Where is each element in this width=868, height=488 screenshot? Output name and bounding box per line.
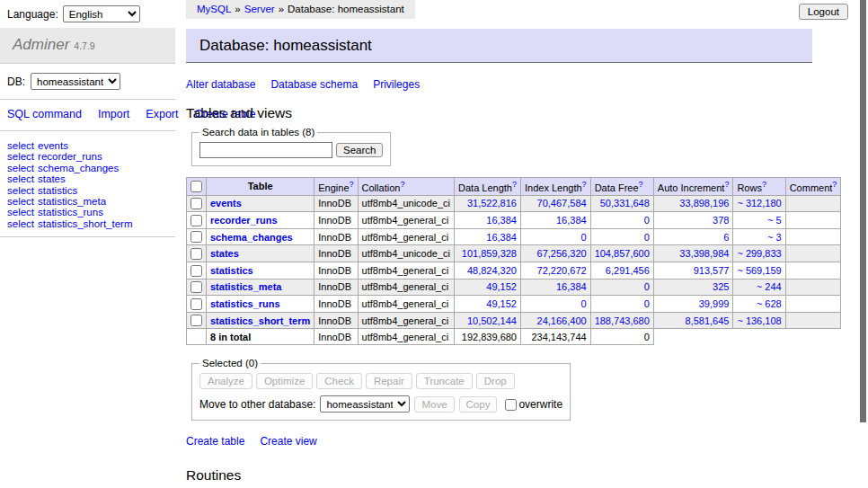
rows-cell-link[interactable]: ~ 569,159 xyxy=(737,265,781,276)
database-schema-link[interactable]: Database schema xyxy=(270,78,358,91)
table-name-link[interactable]: statistics_short_term xyxy=(210,315,310,326)
row-checkbox[interactable] xyxy=(190,231,202,243)
language-select[interactable]: English xyxy=(63,5,140,22)
table-name-link[interactable]: schema_changes xyxy=(210,232,293,243)
data-free-cell-link[interactable]: 6,291,456 xyxy=(606,265,650,276)
sidebar-table-link[interactable]: statistics xyxy=(38,185,77,196)
column-hint-link[interactable]: ? xyxy=(762,180,766,189)
sidebar-select-link[interactable]: select xyxy=(7,207,34,217)
search-button[interactable]: Search xyxy=(336,143,383,157)
breadcrumb-mysql-link[interactable]: MySQL xyxy=(197,4,231,14)
table-name-link[interactable]: statistics_runs xyxy=(210,298,280,309)
data-free-cell-link[interactable]: 0 xyxy=(644,298,650,309)
data-length-cell-link[interactable]: 16,384 xyxy=(486,215,517,226)
rows-cell-link[interactable]: ~ 312,180 xyxy=(737,198,781,209)
sidebar-select-link[interactable]: select xyxy=(7,151,34,162)
data-free-cell-link[interactable]: 0 xyxy=(644,215,650,226)
rows-cell-link[interactable]: ~ 299,833 xyxy=(737,248,781,259)
scrollbar-track[interactable] xyxy=(859,0,868,488)
table-name-link[interactable]: events xyxy=(210,198,242,209)
move-database-select[interactable]: homeassistant xyxy=(320,395,410,413)
column-hint-link[interactable]: ? xyxy=(400,180,404,189)
export-link[interactable]: Export xyxy=(146,108,178,120)
row-checkbox[interactable] xyxy=(190,215,202,226)
drop-button[interactable]: Drop xyxy=(476,373,515,389)
db-select[interactable]: homeassistant xyxy=(31,73,120,90)
column-hint-link[interactable]: ? xyxy=(639,180,643,189)
index-length-cell-link[interactable]: 0 xyxy=(581,298,587,309)
data-free-cell-link[interactable]: 0 xyxy=(644,232,650,243)
index-length-cell-link[interactable]: 16,384 xyxy=(556,281,587,292)
data-free-cell-link[interactable]: 104,857,600 xyxy=(595,248,650,259)
index-length-cell-link[interactable]: 0 xyxy=(581,232,587,243)
row-checkbox[interactable] xyxy=(190,265,202,277)
auto-increment-cell-link[interactable]: 325 xyxy=(713,281,729,292)
sidebar-table-link[interactable]: recorder_runs xyxy=(38,151,102,162)
table-name-link[interactable]: statistics xyxy=(210,265,253,276)
copy-button[interactable]: Copy xyxy=(459,396,498,413)
column-hint-link[interactable]: ? xyxy=(512,180,517,189)
sidebar-table-link[interactable]: statistics_short_term xyxy=(38,218,132,229)
sidebar-table-link[interactable]: states xyxy=(38,173,66,184)
analyze-button[interactable]: Analyze xyxy=(199,373,252,389)
auto-increment-cell-link[interactable]: 33,898,196 xyxy=(679,198,729,209)
rows-cell-link[interactable]: ~ 244 xyxy=(757,281,782,292)
rows-cell-link[interactable]: ~ 136,108 xyxy=(737,315,781,326)
overwrite-checkbox[interactable] xyxy=(505,399,517,411)
data-length-cell-link[interactable]: 31,522,816 xyxy=(467,198,517,209)
row-checkbox[interactable] xyxy=(190,315,202,326)
rows-cell-link[interactable]: ~ 5 xyxy=(767,215,782,226)
sidebar-table-link[interactable]: statistics_runs xyxy=(38,207,103,217)
alter-database-link[interactable]: Alter database xyxy=(186,78,255,91)
row-checkbox[interactable] xyxy=(190,281,202,293)
data-free-cell-link[interactable]: 50,331,648 xyxy=(600,198,650,209)
sql-command-link[interactable]: SQL command xyxy=(7,108,82,120)
index-length-cell-link[interactable]: 67,256,320 xyxy=(537,248,587,259)
auto-increment-cell-link[interactable]: 8,581,645 xyxy=(685,315,729,326)
auto-increment-cell-link[interactable]: 913,577 xyxy=(694,265,730,276)
auto-increment-cell-link[interactable]: 33,398,984 xyxy=(679,248,729,259)
select-all-checkbox[interactable] xyxy=(190,181,202,192)
move-button[interactable]: Move xyxy=(414,396,454,413)
data-length-cell-link[interactable]: 49,152 xyxy=(486,298,517,309)
index-length-cell-link[interactable]: 24,166,400 xyxy=(537,315,587,326)
sidebar-table-link[interactable]: schema_changes xyxy=(38,163,119,173)
data-length-cell-link[interactable]: 101,859,328 xyxy=(462,248,517,259)
create-table-link[interactable]: Create table xyxy=(186,435,244,448)
auto-increment-cell-link[interactable]: 6 xyxy=(723,232,729,243)
truncate-button[interactable]: Truncate xyxy=(416,373,473,389)
optimize-button[interactable]: Optimize xyxy=(256,373,313,389)
scrollbar-thumb[interactable] xyxy=(860,0,866,422)
auto-increment-cell-link[interactable]: 39,999 xyxy=(699,298,730,309)
sidebar-select-link[interactable]: select xyxy=(7,173,34,184)
sidebar-select-link[interactable]: select xyxy=(7,185,34,196)
rows-cell-link[interactable]: ~ 628 xyxy=(757,298,782,309)
row-checkbox[interactable] xyxy=(190,248,202,260)
privileges-link[interactable]: Privileges xyxy=(373,78,420,91)
sidebar-select-link[interactable]: select xyxy=(7,218,34,229)
search-input[interactable] xyxy=(199,142,332,158)
index-length-cell-link[interactable]: 72,220,672 xyxy=(537,265,587,276)
sidebar-select-link[interactable]: select xyxy=(7,196,34,207)
data-length-cell-link[interactable]: 49,152 xyxy=(486,281,517,292)
sidebar-table-link[interactable]: statistics_meta xyxy=(38,196,106,207)
data-free-cell-link[interactable]: 0 xyxy=(644,281,650,292)
sidebar-select-link[interactable]: select xyxy=(7,163,34,173)
data-length-cell-link[interactable]: 16,384 xyxy=(486,232,517,243)
check-button[interactable]: Check xyxy=(316,373,362,389)
index-length-cell-link[interactable]: 70,467,584 xyxy=(537,198,587,209)
column-hint-link[interactable]: ? xyxy=(832,180,837,189)
data-length-cell-link[interactable]: 10,502,144 xyxy=(467,315,517,326)
sidebar-table-link[interactable]: events xyxy=(38,140,68,151)
data-length-cell-link[interactable]: 48,824,320 xyxy=(467,265,517,276)
table-name-link[interactable]: statistics_meta xyxy=(210,281,282,292)
index-length-cell-link[interactable]: 16,384 xyxy=(556,215,587,226)
import-link[interactable]: Import xyxy=(98,108,129,120)
column-hint-link[interactable]: ? xyxy=(724,180,729,189)
rows-cell-link[interactable]: ~ 3 xyxy=(767,232,782,243)
data-free-cell-link[interactable]: 188,743,680 xyxy=(595,315,650,326)
auto-increment-cell-link[interactable]: 378 xyxy=(713,215,729,226)
table-name-link[interactable]: recorder_runs xyxy=(210,215,278,226)
row-checkbox[interactable] xyxy=(190,298,202,310)
repair-button[interactable]: Repair xyxy=(366,373,412,389)
